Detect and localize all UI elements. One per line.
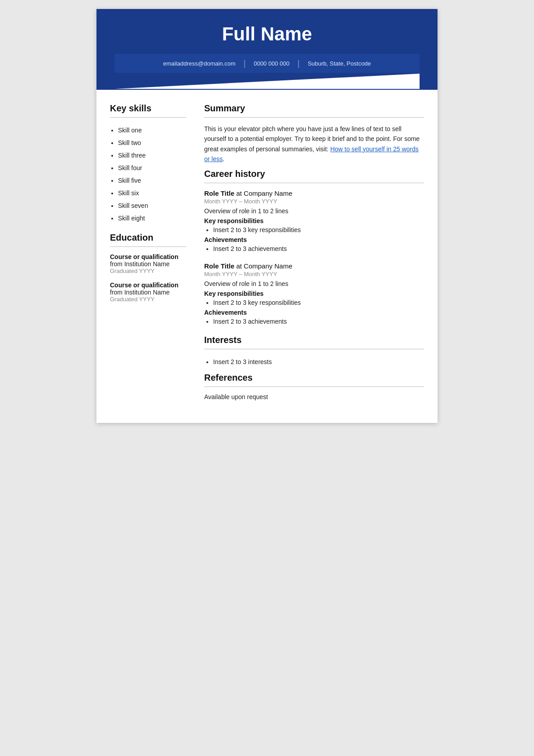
- interests-divider: [204, 349, 424, 349]
- contact-bar: emailaddress@domain.com | 0000 000 000 |…: [114, 54, 420, 73]
- list-item: Skill eight: [118, 212, 186, 224]
- job-dates-1: Month YYYY – Month YYYY: [204, 198, 424, 205]
- job-role-2: Role Title: [204, 262, 234, 270]
- list-item: Skill five: [118, 174, 186, 187]
- job-resp-list-2: Insert 2 to 3 key responsibilities: [204, 299, 424, 306]
- list-item: Skill four: [118, 162, 186, 174]
- edu-graduated-1: Graduated YYYY: [110, 268, 186, 274]
- job-ach-heading-2: Achievements: [204, 309, 424, 316]
- job-overview-1: Overview of role in 1 to 2 lines: [204, 207, 424, 215]
- body-section: Key skills Skill one Skill two Skill thr…: [96, 90, 438, 423]
- education-section: Education Course or qualification from I…: [110, 233, 186, 303]
- references-section: References Available upon request: [204, 373, 424, 400]
- edu-block-1: Course or qualification from Institution…: [110, 253, 186, 274]
- list-item: Skill three: [118, 149, 186, 162]
- job-resp-heading-2: Key responsibilities: [204, 290, 424, 297]
- list-item: Insert 2 to 3 key responsibilities: [213, 226, 424, 233]
- career-divider: [204, 183, 424, 183]
- job-resp-heading-1: Key responsibilities: [204, 217, 424, 224]
- job-dates-2: Month YYYY – Month YYYY: [204, 271, 424, 277]
- references-divider: [204, 387, 424, 387]
- job-role-1: Role Title: [204, 189, 234, 197]
- job-ach-list-2: Insert 2 to 3 achievements: [204, 318, 424, 325]
- job-title-line-2: Role Title at Company Name: [204, 262, 424, 270]
- location: Suburb, State, Postcode: [300, 60, 379, 67]
- job-title-line-1: Role Title at Company Name: [204, 189, 424, 197]
- interests-section: Interests Insert 2 to 3 interests: [204, 335, 424, 368]
- summary-heading: Summary: [204, 103, 424, 114]
- job-block-2: Role Title at Company Name Month YYYY – …: [204, 262, 424, 325]
- list-item: Skill one: [118, 124, 186, 136]
- job-at-1: at: [236, 189, 244, 197]
- edu-institution-2: from Institution Name: [110, 289, 186, 296]
- job-overview-2: Overview of role in 1 to 2 lines: [204, 280, 424, 287]
- svg-marker-0: [114, 74, 420, 89]
- email: emailaddress@domain.com: [155, 60, 243, 67]
- job-resp-list-1: Insert 2 to 3 key responsibilities: [204, 226, 424, 233]
- resume-document: Full Name emailaddress@domain.com | 0000…: [96, 9, 438, 423]
- right-column: Summary This is your elevator pitch wher…: [195, 99, 438, 405]
- job-ach-list-1: Insert 2 to 3 achievements: [204, 245, 424, 252]
- skills-section: Key skills Skill one Skill two Skill thr…: [110, 103, 186, 224]
- education-divider: [110, 246, 186, 247]
- edu-institution-1: from Institution Name: [110, 260, 186, 268]
- references-text: Available upon request: [204, 393, 424, 400]
- summary-text: This is your elevator pitch where you ha…: [204, 124, 424, 164]
- job-company-2: Company Name: [244, 262, 292, 270]
- job-company-1: Company Name: [244, 189, 292, 197]
- full-name: Full Name: [114, 23, 420, 54]
- job-at-2: at: [236, 262, 244, 270]
- list-item: Insert 2 to 3 achievements: [213, 318, 424, 325]
- list-item: Insert 2 to 3 achievements: [213, 245, 424, 252]
- left-column: Key skills Skill one Skill two Skill thr…: [96, 99, 195, 405]
- edu-graduated-2: Graduated YYYY: [110, 296, 186, 303]
- header-diagonal-svg: [114, 73, 420, 90]
- list-item: Skill six: [118, 187, 186, 199]
- edu-course-1: Course or qualification: [110, 253, 186, 260]
- phone: 0000 000 000: [245, 60, 298, 67]
- header-section: Full Name emailaddress@domain.com | 0000…: [96, 9, 438, 90]
- skills-heading: Key skills: [110, 103, 186, 114]
- career-section: Career history Role Title at Company Nam…: [204, 169, 424, 325]
- summary-divider: [204, 117, 424, 118]
- edu-course-2: Course or qualification: [110, 281, 186, 289]
- summary-section: Summary This is your elevator pitch wher…: [204, 103, 424, 164]
- skills-list: Skill one Skill two Skill three Skill fo…: [110, 124, 186, 224]
- job-ach-heading-1: Achievements: [204, 236, 424, 243]
- education-heading: Education: [110, 233, 186, 243]
- edu-block-2: Course or qualification from Institution…: [110, 281, 186, 303]
- interests-list: Insert 2 to 3 interests: [204, 356, 424, 368]
- list-item: Insert 2 to 3 key responsibilities: [213, 299, 424, 306]
- job-block-1: Role Title at Company Name Month YYYY – …: [204, 189, 424, 252]
- references-heading: References: [204, 373, 424, 383]
- interests-heading: Interests: [204, 335, 424, 345]
- list-item: Skill seven: [118, 199, 186, 212]
- skills-divider: [110, 117, 186, 118]
- list-item: Insert 2 to 3 interests: [213, 356, 424, 368]
- list-item: Skill two: [118, 136, 186, 149]
- career-heading: Career history: [204, 169, 424, 179]
